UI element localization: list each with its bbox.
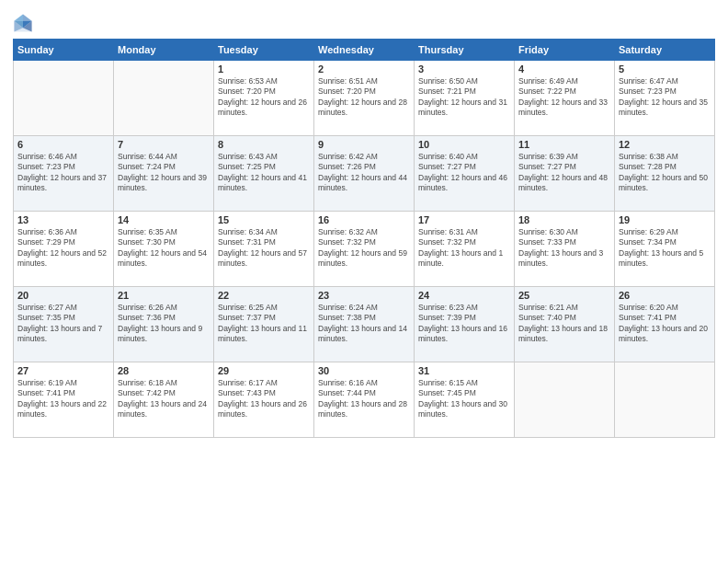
calendar-cell: 20Sunrise: 6:27 AM Sunset: 7:35 PM Dayli… [14,287,114,362]
day-number: 12 [619,139,711,150]
calendar-cell: 11Sunrise: 6:39 AM Sunset: 7:27 PM Dayli… [515,136,615,212]
day-info: Sunrise: 6:40 AM Sunset: 7:27 PM Dayligh… [418,152,510,194]
day-info: Sunrise: 6:15 AM Sunset: 7:45 PM Dayligh… [418,378,510,420]
day-info: Sunrise: 6:31 AM Sunset: 7:32 PM Dayligh… [418,227,510,270]
day-number: 28 [118,365,210,376]
weekday-header-sunday: Sunday [14,40,114,61]
calendar-cell: 31Sunrise: 6:15 AM Sunset: 7:45 PM Dayli… [415,362,515,438]
weekday-header-row: SundayMondayTuesdayWednesdayThursdayFrid… [14,40,715,61]
day-number: 10 [418,139,510,150]
weekday-header-saturday: Saturday [615,40,715,61]
day-number: 4 [518,63,610,75]
weekday-header-tuesday: Tuesday [214,40,314,61]
day-number: 14 [118,214,210,225]
calendar-cell: 26Sunrise: 6:20 AM Sunset: 7:41 PM Dayli… [615,287,715,362]
calendar-cell: 22Sunrise: 6:25 AM Sunset: 7:37 PM Dayli… [214,287,314,362]
day-number: 29 [218,365,310,376]
day-info: Sunrise: 6:53 AM Sunset: 7:20 PM Dayligh… [218,76,310,119]
day-number: 15 [218,214,310,225]
weekday-header-friday: Friday [515,40,615,61]
calendar-cell: 3Sunrise: 6:50 AM Sunset: 7:21 PM Daylig… [415,61,515,136]
svg-marker-2 [14,14,23,20]
day-number: 24 [418,290,510,301]
day-number: 19 [619,214,711,225]
day-info: Sunrise: 6:44 AM Sunset: 7:24 PM Dayligh… [118,152,210,194]
day-number: 2 [318,63,410,75]
day-info: Sunrise: 6:47 AM Sunset: 7:23 PM Dayligh… [619,76,711,119]
day-number: 27 [17,365,109,376]
calendar-cell: 27Sunrise: 6:19 AM Sunset: 7:41 PM Dayli… [14,362,114,438]
calendar-cell: 23Sunrise: 6:24 AM Sunset: 7:38 PM Dayli… [314,287,415,362]
calendar-cell: 17Sunrise: 6:31 AM Sunset: 7:32 PM Dayli… [415,212,515,287]
day-number: 31 [418,365,510,376]
calendar-cell: 14Sunrise: 6:35 AM Sunset: 7:30 PM Dayli… [114,212,214,287]
calendar-cell: 1Sunrise: 6:53 AM Sunset: 7:20 PM Daylig… [214,61,314,136]
day-info: Sunrise: 6:19 AM Sunset: 7:41 PM Dayligh… [17,378,109,420]
calendar-cell: 10Sunrise: 6:40 AM Sunset: 7:27 PM Dayli… [415,136,515,212]
day-info: Sunrise: 6:32 AM Sunset: 7:32 PM Dayligh… [318,227,410,270]
calendar-week-2: 6Sunrise: 6:46 AM Sunset: 7:23 PM Daylig… [14,136,715,212]
calendar-week-3: 13Sunrise: 6:36 AM Sunset: 7:29 PM Dayli… [14,212,715,287]
day-number: 30 [318,365,410,376]
day-number: 16 [318,214,410,225]
day-info: Sunrise: 6:16 AM Sunset: 7:44 PM Dayligh… [318,378,410,420]
calendar-cell: 5Sunrise: 6:47 AM Sunset: 7:23 PM Daylig… [615,61,715,136]
day-info: Sunrise: 6:26 AM Sunset: 7:36 PM Dayligh… [118,303,210,345]
header [13,9,715,33]
day-number: 6 [17,139,109,150]
calendar-cell: 28Sunrise: 6:18 AM Sunset: 7:42 PM Dayli… [114,362,214,438]
day-info: Sunrise: 6:23 AM Sunset: 7:39 PM Dayligh… [418,303,510,345]
day-number: 25 [518,290,610,301]
weekday-header-thursday: Thursday [415,40,515,61]
day-number: 17 [418,214,510,225]
calendar-cell [114,61,214,136]
day-number: 20 [17,290,109,301]
calendar-cell [515,362,615,438]
calendar-cell: 12Sunrise: 6:38 AM Sunset: 7:28 PM Dayli… [615,136,715,212]
day-number: 22 [218,290,310,301]
calendar-cell: 6Sunrise: 6:46 AM Sunset: 7:23 PM Daylig… [14,136,114,212]
weekday-header-monday: Monday [114,40,214,61]
day-info: Sunrise: 6:38 AM Sunset: 7:28 PM Dayligh… [619,152,711,194]
day-info: Sunrise: 6:20 AM Sunset: 7:41 PM Dayligh… [619,303,711,345]
day-number: 18 [518,214,610,225]
day-info: Sunrise: 6:42 AM Sunset: 7:26 PM Dayligh… [318,152,410,194]
day-info: Sunrise: 6:39 AM Sunset: 7:27 PM Dayligh… [518,152,610,194]
calendar-cell: 8Sunrise: 6:43 AM Sunset: 7:25 PM Daylig… [214,136,314,212]
calendar-cell: 13Sunrise: 6:36 AM Sunset: 7:29 PM Dayli… [14,212,114,287]
day-info: Sunrise: 6:35 AM Sunset: 7:30 PM Dayligh… [118,227,210,270]
calendar-week-1: 1Sunrise: 6:53 AM Sunset: 7:20 PM Daylig… [14,61,715,136]
day-info: Sunrise: 6:18 AM Sunset: 7:42 PM Dayligh… [118,378,210,420]
calendar-cell: 9Sunrise: 6:42 AM Sunset: 7:26 PM Daylig… [314,136,415,212]
calendar-cell: 16Sunrise: 6:32 AM Sunset: 7:32 PM Dayli… [314,212,415,287]
calendar-cell [14,61,114,136]
day-info: Sunrise: 6:50 AM Sunset: 7:21 PM Dayligh… [418,76,510,119]
calendar-cell: 4Sunrise: 6:49 AM Sunset: 7:22 PM Daylig… [515,61,615,136]
day-info: Sunrise: 6:25 AM Sunset: 7:37 PM Dayligh… [218,303,310,345]
day-info: Sunrise: 6:30 AM Sunset: 7:33 PM Dayligh… [518,227,610,270]
weekday-header-wednesday: Wednesday [314,40,415,61]
calendar-cell: 18Sunrise: 6:30 AM Sunset: 7:33 PM Dayli… [515,212,615,287]
calendar-cell [615,362,715,438]
day-info: Sunrise: 6:51 AM Sunset: 7:20 PM Dayligh… [318,76,410,119]
calendar-cell: 7Sunrise: 6:44 AM Sunset: 7:24 PM Daylig… [114,136,214,212]
day-info: Sunrise: 6:29 AM Sunset: 7:34 PM Dayligh… [619,227,711,270]
calendar-cell: 21Sunrise: 6:26 AM Sunset: 7:36 PM Dayli… [114,287,214,362]
day-info: Sunrise: 6:46 AM Sunset: 7:23 PM Dayligh… [17,152,109,194]
calendar-cell: 24Sunrise: 6:23 AM Sunset: 7:39 PM Dayli… [415,287,515,362]
calendar-week-4: 20Sunrise: 6:27 AM Sunset: 7:35 PM Dayli… [14,287,715,362]
day-number: 1 [218,63,310,75]
calendar-cell: 19Sunrise: 6:29 AM Sunset: 7:34 PM Dayli… [615,212,715,287]
day-number: 26 [619,290,711,301]
day-number: 9 [318,139,410,150]
day-info: Sunrise: 6:17 AM Sunset: 7:43 PM Dayligh… [218,378,310,420]
day-info: Sunrise: 6:21 AM Sunset: 7:40 PM Dayligh… [518,303,610,345]
svg-marker-1 [23,14,32,20]
page: SundayMondayTuesdayWednesdayThursdayFrid… [0,0,728,563]
day-info: Sunrise: 6:49 AM Sunset: 7:22 PM Dayligh… [518,76,610,119]
day-number: 5 [619,63,711,75]
day-info: Sunrise: 6:34 AM Sunset: 7:31 PM Dayligh… [218,227,310,270]
calendar-cell: 15Sunrise: 6:34 AM Sunset: 7:31 PM Dayli… [214,212,314,287]
day-number: 7 [118,139,210,150]
calendar-cell: 25Sunrise: 6:21 AM Sunset: 7:40 PM Dayli… [515,287,615,362]
